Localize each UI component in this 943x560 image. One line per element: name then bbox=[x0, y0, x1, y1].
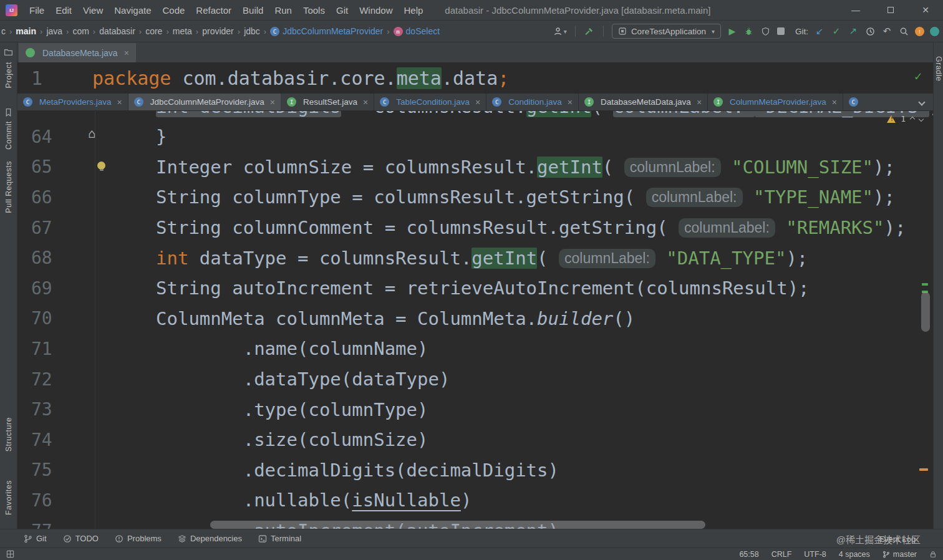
file-encoding[interactable]: UTF-8 bbox=[804, 550, 826, 559]
tab-columnmetaprovider-java[interactable]: IColumnMetaProvider.java× bbox=[708, 94, 843, 111]
tool-window-favorites[interactable]: Favorites bbox=[4, 480, 13, 515]
breadcrumb-item-java[interactable]: java bbox=[45, 25, 64, 37]
tool-window-project[interactable]: Project bbox=[4, 62, 13, 88]
tab-metaproviders-java[interactable]: CMetaProviders.java× bbox=[17, 94, 128, 111]
caret-position[interactable]: 65:58 bbox=[739, 550, 758, 559]
tab-condition-java[interactable]: CCondition.java× bbox=[486, 94, 579, 111]
git-branch-widget[interactable]: master bbox=[883, 550, 917, 559]
code-line-74[interactable]: 74 .size(columnSize) bbox=[17, 425, 933, 455]
breadcrumb-item-provider[interactable]: provider bbox=[201, 25, 235, 37]
code-line-70[interactable]: 70ColumnMeta columnMeta = ColumnMeta.bui… bbox=[17, 304, 933, 334]
breadcrumb-item-databasir[interactable]: databasir bbox=[98, 25, 137, 37]
line-ending[interactable]: CRLF bbox=[771, 550, 792, 559]
breadcrumb-item-c[interactable]: c bbox=[0, 25, 7, 37]
tab-databasemetadata-java[interactable]: IDatabaseMetaData.java× bbox=[579, 94, 708, 111]
tab-tablecondition-java[interactable]: CTableCondition.java× bbox=[374, 94, 486, 111]
tab-close-icon[interactable]: × bbox=[832, 97, 837, 107]
tab-databasemeta-java[interactable]: C DatabaseMeta.java × bbox=[19, 43, 136, 62]
menu-help[interactable]: Help bbox=[399, 1, 429, 19]
tab-jdbccolumnmetaprovider-java[interactable]: CJdbcColumnMetaProvider.java× bbox=[128, 94, 281, 111]
menu-run[interactable]: Run bbox=[269, 1, 297, 19]
project-folder-icon[interactable] bbox=[4, 47, 13, 57]
tool-window-switcher-icon[interactable] bbox=[6, 550, 14, 558]
next-problem-icon[interactable] bbox=[919, 116, 924, 121]
toolwindow-button-todo[interactable]: TODO bbox=[63, 534, 99, 543]
horizontal-scrollbar[interactable] bbox=[210, 521, 705, 529]
code-line-65[interactable]: 65Integer columnSize = columnsResult.get… bbox=[17, 152, 933, 183]
lock-icon[interactable] bbox=[929, 551, 937, 558]
menu-file[interactable]: File bbox=[24, 1, 50, 19]
tab-list-chevron-icon[interactable] bbox=[919, 100, 924, 105]
debug-button[interactable] bbox=[743, 27, 755, 36]
tool-window-commit[interactable]: Commit bbox=[4, 121, 13, 150]
git-update-button[interactable]: ↙ bbox=[814, 26, 825, 37]
breadcrumb-item-jdbc[interactable]: jdbc bbox=[243, 25, 261, 37]
stop-button[interactable] bbox=[777, 27, 785, 35]
menu-build[interactable]: Build bbox=[237, 1, 269, 19]
previous-problem-icon[interactable] bbox=[910, 116, 915, 121]
bookmark-icon[interactable] bbox=[4, 108, 13, 117]
fold-marker-icon[interactable]: ⌂ bbox=[88, 126, 95, 141]
code-line-68[interactable]: 68int dataType = columnsResult.getInt( c… bbox=[17, 243, 933, 273]
tab-partial[interactable]: C bbox=[843, 94, 871, 111]
run-configuration-select[interactable]: CoreTestApplication ▾ bbox=[612, 24, 721, 39]
code-line-64[interactable]: 64} bbox=[17, 122, 933, 152]
close-icon[interactable]: ✕ bbox=[908, 5, 943, 15]
build-project-button[interactable] bbox=[584, 27, 595, 36]
breadcrumb-item-meta[interactable]: meta bbox=[172, 25, 193, 37]
tab-close-icon[interactable]: × bbox=[697, 97, 702, 107]
menu-code[interactable]: Code bbox=[157, 1, 190, 19]
vertical-scrollbar[interactable] bbox=[921, 292, 930, 332]
menu-edit[interactable]: Edit bbox=[50, 1, 77, 19]
intention-bulb-icon[interactable] bbox=[97, 162, 105, 170]
code-line-63[interactable]: 63int decimalDigits = columnsResult.getI… bbox=[17, 111, 933, 122]
menu-navigate[interactable]: Navigate bbox=[109, 1, 157, 19]
breadcrumb-item-main[interactable]: main bbox=[14, 25, 37, 37]
tab-close-icon[interactable]: × bbox=[363, 97, 368, 107]
maximize-icon[interactable] bbox=[873, 5, 908, 15]
code-line-72[interactable]: 72 .dataType(dataType) bbox=[17, 364, 933, 395]
history-button[interactable] bbox=[864, 27, 876, 36]
run-button[interactable]: ▶ bbox=[727, 26, 738, 36]
tab-close-icon[interactable]: × bbox=[568, 97, 573, 107]
zoomed-editor-line[interactable]: 1 package com.databasir.core.meta.data; … bbox=[17, 62, 933, 94]
code-line-75[interactable]: 75 .decimalDigits(decimalDigits) bbox=[17, 455, 933, 486]
breadcrumb-item-jdbccolumnmetaprovider[interactable]: CJdbcColumnMetaProvider bbox=[269, 25, 384, 37]
git-commit-button[interactable]: ✓ bbox=[831, 26, 842, 37]
tab-close-icon[interactable]: × bbox=[270, 97, 275, 107]
breadcrumb-item-core[interactable]: core bbox=[144, 25, 163, 37]
inspection-ok-icon[interactable]: ✓ bbox=[914, 69, 922, 84]
menu-view[interactable]: View bbox=[77, 1, 109, 19]
menu-refactor[interactable]: Refactor bbox=[190, 1, 237, 19]
tab-close-icon[interactable]: × bbox=[124, 48, 129, 58]
user-account-button[interactable]: ▾ bbox=[553, 27, 567, 36]
tab-close-icon[interactable]: × bbox=[117, 97, 122, 107]
breadcrumb-item-doselect[interactable]: mdoSelect bbox=[392, 25, 441, 37]
toolwindow-button-dependencies[interactable]: Dependencies bbox=[178, 534, 242, 543]
toolwindow-button-problems[interactable]: Problems bbox=[115, 534, 162, 543]
code-line-76[interactable]: 76 .nullable(isNullable) bbox=[17, 485, 933, 516]
toolwindow-button-terminal[interactable]: Terminal bbox=[258, 534, 301, 543]
menu-tools[interactable]: Tools bbox=[297, 1, 331, 19]
indent-setting[interactable]: 4 spaces bbox=[839, 550, 870, 559]
git-push-button[interactable]: ↗ bbox=[848, 26, 859, 37]
menu-git[interactable]: Git bbox=[331, 1, 354, 19]
code-line-71[interactable]: 71 .name(columnName) bbox=[17, 334, 933, 364]
ide-update-icon[interactable]: ↑ bbox=[915, 27, 924, 36]
code-line-69[interactable]: 69String autoIncrement = retrieveAutoInc… bbox=[17, 273, 933, 304]
code-line-67[interactable]: 67String columnComment = columnsResult.g… bbox=[17, 213, 933, 243]
tab-resultset-java[interactable]: IResultSet.java× bbox=[281, 94, 374, 111]
search-everywhere-button[interactable] bbox=[898, 27, 909, 36]
tool-window-pull-requests[interactable]: Pull Requests bbox=[4, 161, 13, 213]
rollback-button[interactable]: ↶ bbox=[881, 26, 892, 37]
code-line-66[interactable]: 66String columnType = columnsResult.getS… bbox=[17, 182, 933, 213]
notification-icon[interactable] bbox=[930, 27, 939, 36]
inspections-widget[interactable]: 1 bbox=[887, 114, 923, 123]
tab-close-icon[interactable]: × bbox=[475, 97, 480, 107]
menu-window[interactable]: Window bbox=[354, 1, 398, 19]
minimize-icon[interactable]: — bbox=[838, 5, 873, 15]
toolwindow-button-git[interactable]: Git bbox=[24, 534, 47, 543]
code-line-73[interactable]: 73 .type(columnType) bbox=[17, 394, 933, 425]
run-with-coverage-button[interactable] bbox=[760, 27, 771, 36]
code-editor[interactable]: 63int decimalDigits = columnsResult.getI… bbox=[17, 111, 933, 529]
